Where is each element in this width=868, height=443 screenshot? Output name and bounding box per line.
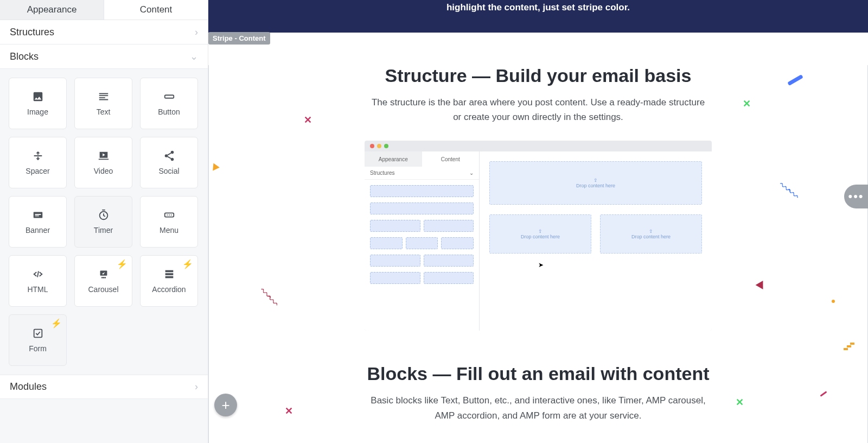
svg-rect-5 <box>35 214 41 215</box>
block-label: Banner <box>25 226 50 235</box>
block-html[interactable]: HTML <box>9 255 67 307</box>
svg-point-1 <box>170 150 174 154</box>
svg-rect-19 <box>34 329 42 337</box>
panel-modules[interactable]: Modules › <box>0 375 208 399</box>
svg-point-3 <box>170 157 174 161</box>
mockup-tab-appearance: Appearance <box>365 151 422 167</box>
mockup-window: Appearance Content Structures ⌄ <box>365 141 712 331</box>
section-structure-subtitle: The structure is the bar area where you … <box>370 95 706 124</box>
block-label: Video <box>94 167 113 175</box>
block-text[interactable]: Text <box>74 78 132 129</box>
canvas-content[interactable]: + ✕ ✕ 〰〰 〰〰 ✕ ✕ Structure — Build your e… <box>208 65 868 443</box>
panel-structures[interactable]: Structures › <box>0 20 208 45</box>
mockup-drop-zone: ⇪Drop content here <box>600 214 702 254</box>
block-label: Image <box>27 107 48 116</box>
menu-icon <box>162 210 176 220</box>
svg-rect-16 <box>165 270 173 272</box>
sidebar-tabs: Appearance Content <box>0 0 208 20</box>
block-label: Accordion <box>152 285 186 294</box>
cross-decoration: ✕ <box>304 114 312 126</box>
panel-blocks[interactable]: Blocks ⌄ <box>0 45 208 69</box>
block-spacer[interactable]: Spacer <box>9 137 67 188</box>
svg-point-10 <box>169 214 170 216</box>
panel-blocks-label: Blocks <box>10 51 39 62</box>
triangle-decoration <box>756 281 767 292</box>
video-icon <box>97 150 111 161</box>
chevron-down-icon: ⌄ <box>469 170 474 176</box>
chevron-right-icon: › <box>195 27 198 38</box>
mockup-section-label: Structures <box>370 170 395 176</box>
text-icon <box>97 91 111 102</box>
block-label: Carousel <box>88 285 118 294</box>
top-banner: highlight the content, just set stripe c… <box>208 0 868 33</box>
svg-point-15 <box>104 277 106 279</box>
section-structure-title: Structure — Build your email basis <box>209 65 867 86</box>
svg-rect-0 <box>164 95 174 98</box>
svg-rect-17 <box>165 273 173 275</box>
add-stripe-button[interactable]: + <box>214 394 237 416</box>
canvas-area: highlight the content, just set stripe c… <box>208 0 868 443</box>
block-label: Menu <box>159 226 178 235</box>
block-menu[interactable]: Menu <box>140 196 198 248</box>
block-label: HTML <box>27 285 48 294</box>
image-icon <box>31 91 45 102</box>
section-blocks-subtitle: Basic blocks like Text, Button, etc., an… <box>370 393 706 422</box>
banner-text: highlight the content, just set stripe c… <box>446 2 630 13</box>
stripe-tag: Stripe - Content <box>208 32 270 45</box>
squiggle-decoration: 〰〰 <box>255 284 279 308</box>
tab-content[interactable]: Content <box>104 0 208 20</box>
panel-modules-label: Modules <box>10 381 47 393</box>
block-label: Timer <box>94 226 113 235</box>
cross-decoration: ✕ <box>743 98 751 110</box>
cursor-icon: ➤ <box>538 261 544 269</box>
section-blocks-title: Blocks — Fill out an email with content <box>209 363 867 384</box>
dot-decoration <box>832 300 835 303</box>
mockup-titlebar <box>365 141 712 151</box>
mockup-drop-zone: ⇪Drop content here <box>489 161 702 205</box>
block-label: Social <box>158 167 179 175</box>
svg-point-9 <box>167 214 168 216</box>
block-label: Form <box>29 344 47 353</box>
block-button[interactable]: Button <box>140 78 198 129</box>
share-icon <box>162 150 176 161</box>
svg-rect-6 <box>35 215 39 216</box>
block-label: Text <box>97 107 111 116</box>
svg-point-11 <box>170 214 171 216</box>
mockup-drop-zone: ⇪Drop content here <box>489 214 591 254</box>
carousel-icon <box>97 269 111 280</box>
stairs-decoration <box>844 342 854 350</box>
block-form[interactable]: ⚡ Form <box>9 314 67 366</box>
svg-point-13 <box>101 277 103 279</box>
block-timer[interactable]: Timer <box>74 196 132 248</box>
block-carousel[interactable]: ⚡ Carousel <box>74 255 132 307</box>
blocks-grid: Image Text Button Spacer <box>0 69 208 375</box>
block-label: Spacer <box>25 167 49 175</box>
triangle-decoration <box>210 162 220 171</box>
block-banner[interactable]: Banner <box>9 196 67 248</box>
svg-rect-18 <box>165 276 173 278</box>
mockup-tab-content: Content <box>422 151 480 167</box>
panel-structures-label: Structures <box>10 27 54 38</box>
form-icon <box>31 328 45 339</box>
chevron-down-icon: ⌄ <box>190 50 198 62</box>
code-icon <box>31 269 45 280</box>
block-video[interactable]: Video <box>74 137 132 188</box>
amp-icon: ⚡ <box>182 259 193 269</box>
amp-icon: ⚡ <box>117 259 127 269</box>
button-icon <box>162 91 176 102</box>
more-options-button[interactable]: ••• <box>844 185 868 208</box>
block-image[interactable]: Image <box>9 78 67 129</box>
tab-appearance[interactable]: Appearance <box>0 0 104 20</box>
sidebar-panel: Appearance Content Structures › Blocks ⌄… <box>0 0 208 443</box>
svg-point-14 <box>103 277 104 279</box>
svg-point-2 <box>164 154 168 157</box>
chevron-right-icon: › <box>195 381 198 393</box>
block-label: Button <box>158 107 180 116</box>
squiggle-decoration: 〰〰 <box>775 178 800 202</box>
spacer-icon <box>31 150 45 161</box>
banner-icon <box>31 210 45 220</box>
block-social[interactable]: Social <box>140 137 198 188</box>
accordion-icon <box>162 269 176 280</box>
amp-icon: ⚡ <box>51 318 62 328</box>
block-accordion[interactable]: ⚡ Accordion <box>140 255 198 307</box>
